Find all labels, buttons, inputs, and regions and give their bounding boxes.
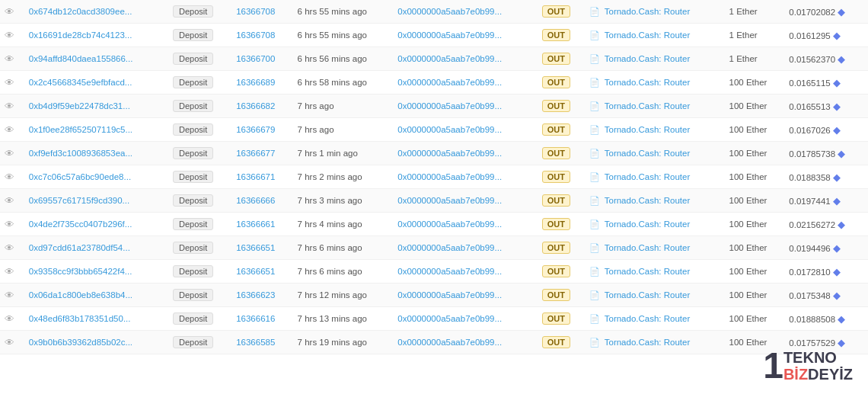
eye-cell[interactable]: 👁 <box>0 213 24 236</box>
eye-cell[interactable]: 👁 <box>0 331 24 354</box>
from-address[interactable]: 0x0000000a5aab7e0b99... <box>397 290 502 300</box>
eye-cell[interactable]: 👁 <box>0 189 24 213</box>
eye-icon[interactable]: 👁 <box>5 30 14 41</box>
block-cell[interactable]: 16366651 <box>231 236 292 260</box>
contract-cell[interactable]: 📄 Tornado.Cash: Router <box>585 24 724 47</box>
from-address[interactable]: 0x0000000a5aab7e0b99... <box>397 220 502 229</box>
contract-cell[interactable]: 📄 Tornado.Cash: Router <box>585 213 724 236</box>
eye-cell[interactable]: 👁 <box>0 236 24 260</box>
eye-cell[interactable]: 👁 <box>0 284 24 307</box>
block-cell[interactable]: 16366671 <box>231 165 292 189</box>
block-number[interactable]: 16366677 <box>236 149 275 158</box>
tx-hash-cell[interactable]: 0x9358cc9f3bbb65422f4... <box>24 260 168 284</box>
contract-name[interactable]: Tornado.Cash: Router <box>605 267 691 276</box>
block-number[interactable]: 16366651 <box>236 243 275 252</box>
block-cell[interactable]: 16366677 <box>231 142 292 165</box>
tx-hash[interactable]: 0xb4d9f59eb22478dc31... <box>29 101 130 111</box>
tx-hash-cell[interactable]: 0x674db12c0acd3809ee... <box>24 0 168 24</box>
from-address[interactable]: 0x0000000a5aab7e0b99... <box>397 196 502 205</box>
from-address[interactable]: 0x0000000a5aab7e0b99... <box>397 338 502 347</box>
block-cell[interactable]: 16366616 <box>231 307 292 331</box>
eye-icon[interactable]: 👁 <box>5 219 14 230</box>
block-number[interactable]: 16366623 <box>236 290 275 300</box>
eye-cell[interactable]: 👁 <box>0 71 24 95</box>
tx-hash[interactable]: 0x48ed6f83b178351d50... <box>29 314 131 323</box>
eye-cell[interactable]: 👁 <box>0 165 24 189</box>
eye-icon[interactable]: 👁 <box>5 171 14 183</box>
from-address[interactable]: 0x0000000a5aab7e0b99... <box>397 125 502 134</box>
eye-cell[interactable]: 👁 <box>0 307 24 331</box>
tx-hash[interactable]: 0x9358cc9f3bbb65422f4... <box>29 267 132 276</box>
from-cell[interactable]: 0x0000000a5aab7e0b99... <box>393 189 538 213</box>
from-cell[interactable]: 0x0000000a5aab7e0b99... <box>393 47 538 71</box>
tx-hash-cell[interactable]: 0x4de2f735cc0407b296f... <box>24 213 168 236</box>
contract-name[interactable]: Tornado.Cash: Router <box>605 125 691 134</box>
tx-hash-cell[interactable]: 0x1f0ee28f652507119c5... <box>24 118 168 142</box>
contract-name[interactable]: Tornado.Cash: Router <box>605 7 691 16</box>
eye-cell[interactable]: 👁 <box>0 24 24 47</box>
contract-name[interactable]: Tornado.Cash: Router <box>605 290 691 300</box>
from-address[interactable]: 0x0000000a5aab7e0b99... <box>397 243 502 252</box>
eye-cell[interactable]: 👁 <box>0 47 24 71</box>
block-number[interactable]: 16366708 <box>236 30 275 40</box>
eye-icon[interactable]: 👁 <box>5 148 14 159</box>
from-cell[interactable]: 0x0000000a5aab7e0b99... <box>393 95 538 118</box>
from-cell[interactable]: 0x0000000a5aab7e0b99... <box>393 236 538 260</box>
from-cell[interactable]: 0x0000000a5aab7e0b99... <box>393 331 538 354</box>
contract-cell[interactable]: 📄 Tornado.Cash: Router <box>585 307 724 331</box>
eye-cell[interactable]: 👁 <box>0 0 24 24</box>
eye-icon[interactable]: 👁 <box>5 337 14 348</box>
block-cell[interactable]: 16366651 <box>231 260 292 284</box>
eye-icon[interactable]: 👁 <box>5 242 14 254</box>
from-address[interactable]: 0x0000000a5aab7e0b99... <box>397 149 502 158</box>
block-number[interactable]: 16366661 <box>236 220 275 229</box>
tx-hash[interactable]: 0x69557c61715f9cd390... <box>29 196 129 205</box>
contract-cell[interactable]: 📄 Tornado.Cash: Router <box>585 71 724 95</box>
eye-cell[interactable]: 👁 <box>0 142 24 165</box>
tx-hash[interactable]: 0xc7c06c57a6bc90ede8... <box>29 172 131 181</box>
from-address[interactable]: 0x0000000a5aab7e0b99... <box>397 101 502 111</box>
block-cell[interactable]: 16366661 <box>231 213 292 236</box>
from-cell[interactable]: 0x0000000a5aab7e0b99... <box>393 165 538 189</box>
tx-hash[interactable]: 0xd97cdd61a23780df54... <box>29 243 130 252</box>
contract-name[interactable]: Tornado.Cash: Router <box>605 78 691 87</box>
contract-name[interactable]: Tornado.Cash: Router <box>605 101 691 111</box>
block-number[interactable]: 16366708 <box>236 7 275 16</box>
eye-icon[interactable]: 👁 <box>5 266 14 277</box>
from-address[interactable]: 0x0000000a5aab7e0b99... <box>397 172 502 181</box>
contract-name[interactable]: Tornado.Cash: Router <box>605 30 691 40</box>
from-cell[interactable]: 0x0000000a5aab7e0b99... <box>393 118 538 142</box>
block-number[interactable]: 16366616 <box>236 314 275 323</box>
eye-icon[interactable]: 👁 <box>5 6 14 18</box>
contract-cell[interactable]: 📄 Tornado.Cash: Router <box>585 284 724 307</box>
block-number[interactable]: 16366666 <box>236 196 275 205</box>
tx-hash-cell[interactable]: 0xf9efd3c1008936853ea... <box>24 142 168 165</box>
block-number[interactable]: 16366700 <box>236 54 275 63</box>
from-cell[interactable]: 0x0000000a5aab7e0b99... <box>393 307 538 331</box>
tx-hash-cell[interactable]: 0x16691de28cb74c4123... <box>24 24 168 47</box>
from-address[interactable]: 0x0000000a5aab7e0b99... <box>397 30 502 40</box>
eye-icon[interactable]: 👁 <box>5 77 14 88</box>
tx-hash-cell[interactable]: 0x48ed6f83b178351d50... <box>24 307 168 331</box>
from-cell[interactable]: 0x0000000a5aab7e0b99... <box>393 260 538 284</box>
from-address[interactable]: 0x0000000a5aab7e0b99... <box>397 78 502 87</box>
eye-icon[interactable]: 👁 <box>5 195 14 207</box>
block-number[interactable]: 16366679 <box>236 125 275 134</box>
contract-name[interactable]: Tornado.Cash: Router <box>605 54 691 63</box>
tx-hash[interactable]: 0x674db12c0acd3809ee... <box>29 7 132 16</box>
contract-name[interactable]: Tornado.Cash: Router <box>605 243 691 252</box>
block-cell[interactable]: 16366708 <box>231 24 292 47</box>
from-cell[interactable]: 0x0000000a5aab7e0b99... <box>393 24 538 47</box>
contract-cell[interactable]: 📄 Tornado.Cash: Router <box>585 236 724 260</box>
contract-name[interactable]: Tornado.Cash: Router <box>605 220 691 229</box>
from-cell[interactable]: 0x0000000a5aab7e0b99... <box>393 213 538 236</box>
from-cell[interactable]: 0x0000000a5aab7e0b99... <box>393 71 538 95</box>
block-number[interactable]: 16366689 <box>236 78 275 87</box>
block-number[interactable]: 16366585 <box>236 338 275 347</box>
tx-hash[interactable]: 0x2c45668345e9efbfacd... <box>29 78 132 87</box>
block-cell[interactable]: 16366700 <box>231 47 292 71</box>
from-cell[interactable]: 0x0000000a5aab7e0b99... <box>393 142 538 165</box>
from-address[interactable]: 0x0000000a5aab7e0b99... <box>397 267 502 276</box>
eye-cell[interactable]: 👁 <box>0 118 24 142</box>
from-address[interactable]: 0x0000000a5aab7e0b99... <box>397 7 502 16</box>
